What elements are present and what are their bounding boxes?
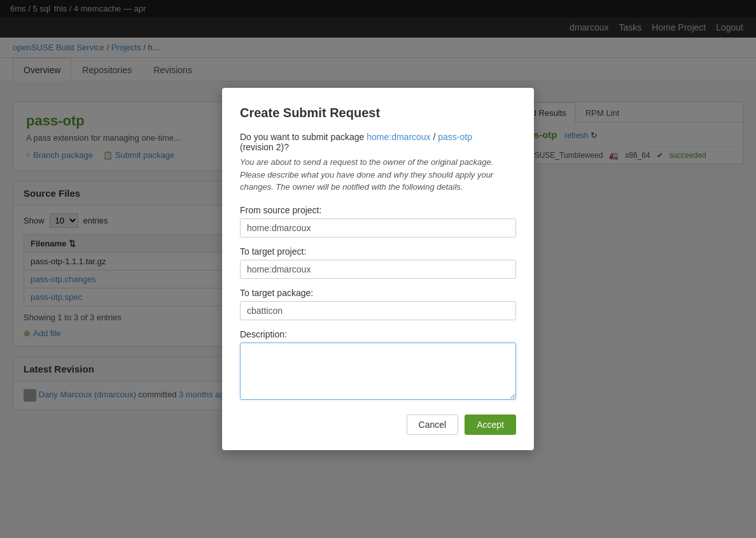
to-package-input[interactable]: [240, 301, 516, 320]
to-target-label: To target project:: [240, 246, 516, 257]
to-target-group: To target project:: [240, 246, 516, 279]
submit-question-prefix: Do you want to submit package: [240, 132, 364, 142]
modal-actions: Cancel Accept: [240, 414, 516, 430]
description-textarea[interactable]: [240, 343, 516, 400]
description-group: Description:: [240, 329, 516, 402]
accept-button[interactable]: Accept: [465, 414, 516, 430]
modal-description: Do you want to submit package home:dmarc…: [240, 132, 516, 152]
modal-note: You are about to send a request to the o…: [240, 156, 516, 194]
slash: /: [433, 132, 436, 142]
from-source-input[interactable]: [240, 218, 516, 237]
from-source-group: From source project:: [240, 205, 516, 237]
cancel-button[interactable]: Cancel: [407, 414, 459, 430]
description-label: Description:: [240, 329, 516, 339]
modal-overlay: Create Submit Request Do you want to sub…: [0, 0, 756, 430]
package-link[interactable]: pass-otp: [438, 132, 472, 142]
create-submit-request-modal: Create Submit Request Do you want to sub…: [222, 88, 534, 430]
revision-text: (revision 2)?: [240, 142, 289, 152]
project-link[interactable]: home:dmarcoux: [367, 132, 430, 142]
to-package-label: To target package:: [240, 288, 516, 298]
to-target-input[interactable]: [240, 260, 516, 279]
to-package-group: To target package:: [240, 288, 516, 320]
from-source-label: From source project:: [240, 205, 516, 215]
modal-title: Create Submit Request: [240, 106, 516, 120]
